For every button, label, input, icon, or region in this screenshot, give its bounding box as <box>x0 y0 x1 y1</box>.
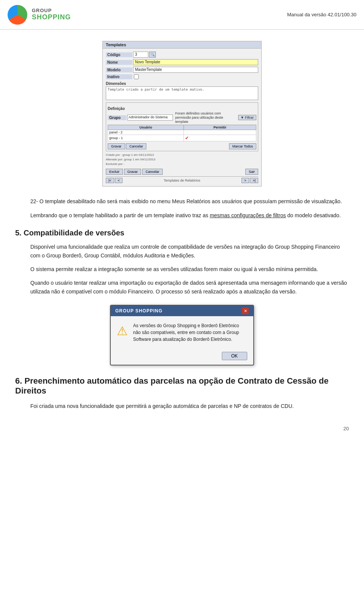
dimensoes-textarea[interactable]: Template criado a partir de um template … <box>106 86 258 100</box>
templates-screenshot: Templates Código 3 🔍 Nome Novo Template … <box>15 41 349 187</box>
nav-first-button[interactable]: |< <box>106 178 114 183</box>
dialog-title: GROUP SHOPPING <box>115 308 162 314</box>
cancelar-inner-button[interactable]: Cancelar <box>126 143 146 149</box>
user2-cell: group - 1 <box>108 135 184 141</box>
modelo-label: Modelo <box>106 67 132 72</box>
section6-heading: 6. Preenchimento automático das parcelas… <box>15 376 349 396</box>
section5-heading: 5. Compatibilidade de versões <box>15 229 349 237</box>
cancelar-button[interactable]: Cancelar <box>142 169 163 175</box>
codigo-row: Código 3 🔍 <box>106 52 258 58</box>
grupo-def-row: Grupo Administrador do Sistema Foram def… <box>108 111 256 124</box>
dialog-message: As versões do Group Shopping e Borderô E… <box>133 322 247 343</box>
nav-right: > >| <box>242 178 258 183</box>
nav-next-button[interactable]: > <box>242 178 249 183</box>
templates-title: Templates <box>106 42 126 47</box>
user1-permitir-cell <box>184 130 256 135</box>
inativo-row: Inativo <box>106 74 258 79</box>
nav-last-button[interactable]: >| <box>250 178 258 183</box>
bottom-btn-row: Excluir Gravar Cancelar Sair <box>106 169 258 175</box>
page-number: 20 <box>15 426 349 431</box>
nome-field[interactable]: Novo Template <box>133 59 258 65</box>
dimensoes-section-label: Dimensões <box>106 82 258 86</box>
nome-row: Nome Novo Template <box>106 59 258 65</box>
incompatibility-dialog: GROUP SHOPPING ✕ ⚠ As versões do Group S… <box>110 305 254 365</box>
codigo-field[interactable]: 3 <box>133 52 148 58</box>
paragraph-lembrando: Lembrando que o template habilitado a pa… <box>30 211 349 220</box>
nav-row: |< < Templates de Relatórios > >| <box>106 176 258 183</box>
nav-left: |< < <box>106 178 122 183</box>
dialog-titlebar: GROUP SHOPPING ✕ <box>111 306 253 316</box>
grupo-def-label: Grupo <box>108 115 127 120</box>
logo-icon <box>8 5 27 25</box>
gravar-inner-button[interactable]: Gravar <box>108 143 125 149</box>
section5-para1: Disponível uma funcionalidade que realiz… <box>30 243 349 260</box>
codigo-search-icon[interactable]: 🔍 <box>149 52 156 58</box>
gravar-button[interactable]: Gravar <box>124 169 141 175</box>
user2-permitir-cell: ✔ <box>184 135 256 141</box>
p2-underline: mesmas configurações de filtros <box>210 212 286 218</box>
inativo-checkbox[interactable] <box>134 74 139 79</box>
usuario-col-header: Usuário <box>108 125 184 130</box>
header: GROUP SHOPPING Manual da versão 42.01/10… <box>0 0 364 30</box>
permissao-note: Foram definidos usuários com permissão p… <box>175 111 237 124</box>
sair-button[interactable]: Sair <box>245 169 258 175</box>
definicao-label: Definição <box>108 107 256 111</box>
modelo-row: Modelo MasterTemplate <box>106 67 258 73</box>
dialog-footer: OK <box>111 349 253 365</box>
templates-dialog-box: Templates Código 3 🔍 Nome Novo Template … <box>102 41 262 187</box>
excluido-por-text: Excluído por : <box>106 162 258 166</box>
logo-shopping-label: SHOPPING <box>32 14 71 21</box>
section5-para2: O sistema permite realizar a integração … <box>30 265 349 273</box>
inativo-label: Inativo <box>106 74 132 79</box>
p1-text: 22- O template desabilitado não será mai… <box>30 198 342 204</box>
main-content: Templates Código 3 🔍 Nome Novo Template … <box>0 30 364 447</box>
grupo-select[interactable]: Administrador do Sistema <box>127 114 173 121</box>
nav-prev-button[interactable]: < <box>115 178 122 183</box>
section5-para3: Quando o usuário tentar realizar uma imp… <box>30 279 349 296</box>
manual-version: Manual da versão 42.01/100.30 <box>287 12 356 17</box>
permitir-col-header: Permitir <box>184 125 256 130</box>
dialog-close-button[interactable]: ✕ <box>242 307 249 314</box>
templates-titlebar: Templates <box>103 41 261 49</box>
footer-criado: Criado por : group 1 em 04/11/2013 Alter… <box>106 153 258 166</box>
logo-group-label: GROUP <box>32 8 71 13</box>
criado-por-text: Criado por : group 1 em 04/11/2013 <box>106 153 258 157</box>
dialog-container: GROUP SHOPPING ✕ ⚠ As versões do Group S… <box>15 305 349 365</box>
left-btns: Excluir Gravar Cancelar <box>106 169 163 175</box>
users-table: Usuário Permitir panel - 2 group - 1 <box>108 125 256 141</box>
excluir-button[interactable]: Excluir <box>106 169 123 175</box>
dialog-body: ⚠ As versões do Group Shopping e Borderô… <box>111 316 253 349</box>
nome-label: Nome <box>106 60 132 65</box>
modelo-field[interactable]: MasterTemplate <box>133 67 258 73</box>
paragraph-22: 22- O template desabilitado não será mai… <box>30 197 349 205</box>
marcar-todos-button[interactable]: Marcar Todos <box>229 143 256 149</box>
codigo-label: Código <box>106 52 132 57</box>
table-row: panel - 2 <box>108 130 256 135</box>
logo-text: GROUP SHOPPING <box>32 8 71 21</box>
definicao-box: Definição Grupo Administrador do Sistema… <box>106 102 258 151</box>
nav-label: Templates de Relatórios <box>164 179 201 182</box>
warning-icon: ⚠ <box>117 324 128 338</box>
section6-para1: Foi criada uma nova funcionalidade que p… <box>30 402 349 410</box>
alterado-por-text: Alterado por: group 1 em 04/11/2013 <box>106 157 258 162</box>
filtrar-button[interactable]: ▼ Filtrar <box>238 115 256 120</box>
table-row: group - 1 ✔ <box>108 135 256 141</box>
dialog-ok-button[interactable]: OK <box>222 352 247 360</box>
templates-body: Código 3 🔍 Nome Novo Template Modelo Mas… <box>103 49 261 186</box>
user1-cell: panel - 2 <box>108 130 184 135</box>
